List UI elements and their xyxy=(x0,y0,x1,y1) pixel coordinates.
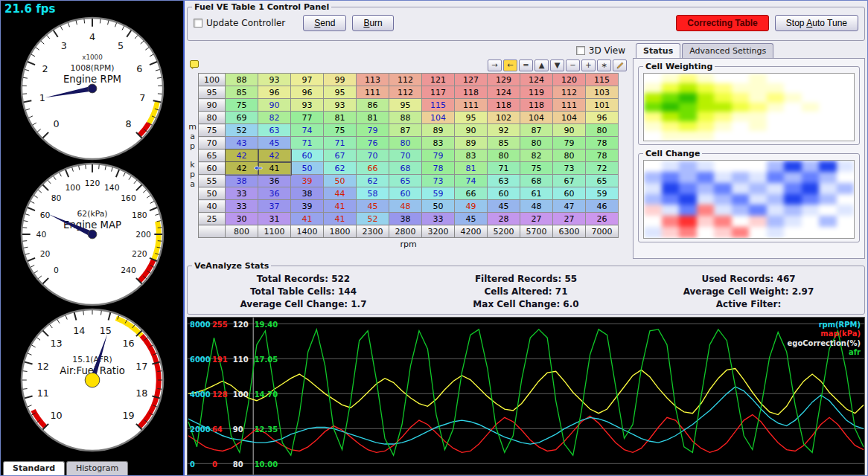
ve-cell[interactable]: 74 xyxy=(291,124,324,137)
ve-cell[interactable]: 85 xyxy=(488,137,520,149)
ve-cell[interactable]: 75 xyxy=(226,99,258,112)
ve-cell[interactable]: 39 xyxy=(291,200,324,213)
ve-cell[interactable]: 65 xyxy=(586,175,619,187)
ve-cell[interactable]: 96 xyxy=(291,86,324,99)
ve-cell[interactable]: 74 xyxy=(455,175,488,187)
ve-cell[interactable]: 81 xyxy=(455,162,488,175)
ve-cell[interactable]: 31 xyxy=(258,213,291,225)
ve-cell[interactable]: 92 xyxy=(488,124,520,137)
ve-cell[interactable]: 127 xyxy=(455,74,488,86)
ve-cell[interactable]: 59 xyxy=(586,187,619,200)
ve-cell[interactable]: 66 xyxy=(455,187,488,200)
ve-cell[interactable]: 129 xyxy=(488,74,520,86)
tab-standard[interactable]: Standard xyxy=(3,461,65,475)
ve-cell[interactable]: 80 xyxy=(553,149,586,162)
ve-cell[interactable]: 50 xyxy=(422,200,455,213)
ve-cell[interactable]: 76 xyxy=(357,137,389,149)
ve-cell[interactable]: 115 xyxy=(422,99,455,112)
ve-cell[interactable]: 95 xyxy=(324,86,357,99)
ve-cell[interactable]: 88 xyxy=(389,112,422,124)
arrow-down-icon[interactable]: ▼ xyxy=(550,60,564,71)
ve-cell[interactable]: 33 xyxy=(226,200,258,213)
ve-cell[interactable]: 48 xyxy=(520,200,553,213)
ve-cell[interactable]: 52 xyxy=(357,213,389,225)
ve-cell[interactable]: 112 xyxy=(553,86,586,99)
ve-cell[interactable]: 62 xyxy=(357,175,389,187)
ve-cell[interactable]: 60 xyxy=(389,187,422,200)
ve-cell[interactable]: 80 xyxy=(520,137,553,149)
ve-cell[interactable]: 33 xyxy=(422,213,455,225)
ve-cell[interactable]: 117 xyxy=(422,86,455,99)
ve-cell[interactable]: 102 xyxy=(488,112,520,124)
ve-cell[interactable]: 36 xyxy=(258,175,291,187)
ve-cell[interactable]: 115 xyxy=(586,74,619,86)
tab-advanced-settings[interactable]: Advanced Settings xyxy=(682,43,773,58)
ve-cell[interactable]: 111 xyxy=(553,99,586,112)
ve-cell[interactable]: 26 xyxy=(586,213,619,225)
ve-cell[interactable]: 71 xyxy=(488,162,520,175)
ve-cell[interactable]: 41 xyxy=(324,200,357,213)
arrow-left-icon[interactable]: ← xyxy=(503,60,517,71)
ve-cell[interactable]: 111 xyxy=(357,86,389,99)
ve-cell[interactable]: 59 xyxy=(422,187,455,200)
ve-cell[interactable]: 124 xyxy=(520,74,553,86)
ve-cell[interactable]: 39 xyxy=(291,175,324,187)
ve-cell[interactable]: 42 xyxy=(226,162,258,175)
ve-cell[interactable]: 60 xyxy=(488,187,520,200)
ve-cell[interactable]: 28 xyxy=(488,213,520,225)
ve-cell[interactable]: 93 xyxy=(258,74,291,86)
ve-cell[interactable]: 38 xyxy=(291,187,324,200)
ve-cell[interactable]: 52 xyxy=(226,124,258,137)
ve-cell[interactable]: 69 xyxy=(226,112,258,124)
ve-cell[interactable]: 43 xyxy=(226,137,258,149)
ve-cell[interactable]: 77 xyxy=(291,112,324,124)
ve-cell[interactable]: 62 xyxy=(324,162,357,175)
burn-button[interactable]: Burn xyxy=(352,15,393,31)
ve-cell[interactable]: 89 xyxy=(455,137,488,149)
checkbox-box-icon[interactable] xyxy=(194,19,202,28)
ve-cell[interactable]: 95 xyxy=(455,112,488,124)
ve-cell[interactable]: 89 xyxy=(422,124,455,137)
ve-cell[interactable]: 97 xyxy=(291,74,324,86)
ve-cell[interactable]: 111 xyxy=(455,99,488,112)
ve-cell[interactable]: 90 xyxy=(258,99,291,112)
tab-status[interactable]: Status xyxy=(636,43,680,58)
ve-cell[interactable]: 79 xyxy=(357,124,389,137)
arrow-up-icon[interactable]: ▲ xyxy=(534,60,549,71)
ve-cell[interactable]: 45 xyxy=(488,200,520,213)
ve-cell[interactable]: 121 xyxy=(422,74,455,86)
ve-cell[interactable]: 38 xyxy=(389,213,422,225)
ve-cell[interactable]: 93 xyxy=(291,99,324,112)
checkbox-box-icon[interactable] xyxy=(576,46,585,55)
equals-icon[interactable]: = xyxy=(519,60,533,71)
stop-auto-tune-button[interactable]: Stop Auto Tune xyxy=(775,15,858,31)
ve-cell[interactable]: 99 xyxy=(324,74,357,86)
arrow-right-icon[interactable]: → xyxy=(488,60,502,71)
ve-cell[interactable]: 41 xyxy=(258,162,291,175)
ve-cell[interactable]: 68 xyxy=(389,162,422,175)
ve-cell[interactable]: 67 xyxy=(553,175,586,187)
ve-cell[interactable]: 113 xyxy=(357,74,389,86)
ve-cell[interactable]: 71 xyxy=(324,137,357,149)
ve-cell[interactable]: 81 xyxy=(357,112,389,124)
correcting-table-button[interactable]: Correcting Table xyxy=(676,15,768,31)
ve-cell[interactable]: 63 xyxy=(258,124,291,137)
ve-cell[interactable]: 70 xyxy=(357,149,389,162)
ve-cell[interactable]: 86 xyxy=(357,99,389,112)
ve-cell[interactable]: 27 xyxy=(520,213,553,225)
ve-cell[interactable]: 60 xyxy=(291,149,324,162)
ve-cell[interactable]: 27 xyxy=(553,213,586,225)
ve-cell[interactable]: 45 xyxy=(357,200,389,213)
ve-cell[interactable]: 104 xyxy=(553,112,586,124)
ve-cell[interactable]: 78 xyxy=(586,149,619,162)
ve-cell[interactable]: 44 xyxy=(324,187,357,200)
ve-cell[interactable]: 36 xyxy=(258,187,291,200)
3d-view-checkbox[interactable]: 3D View xyxy=(576,45,625,56)
ve-cell[interactable]: 112 xyxy=(389,74,422,86)
ve-cell[interactable]: 41 xyxy=(291,213,324,225)
send-button[interactable]: Send xyxy=(303,15,346,31)
ve-cell[interactable]: 101 xyxy=(586,99,619,112)
ve-cell[interactable]: 33 xyxy=(226,187,258,200)
ve-cell[interactable]: 118 xyxy=(488,99,520,112)
ve-cell[interactable]: 41 xyxy=(324,213,357,225)
